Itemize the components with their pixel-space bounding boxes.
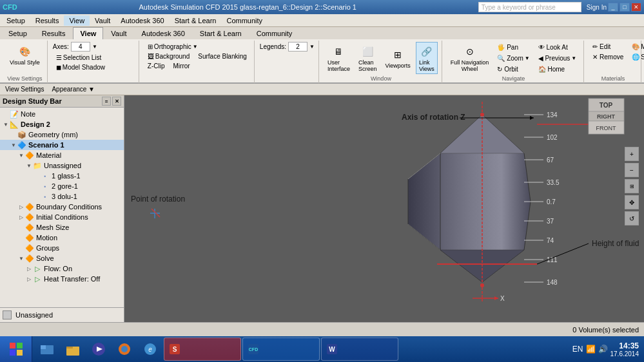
taskbar-ie-button[interactable]: e [138, 338, 162, 361]
note-label: Note [21, 110, 35, 118]
clean-screen-button[interactable]: ⬜ CleanScreen [355, 42, 380, 74]
close-button[interactable]: ✕ [631, 3, 641, 12]
tree-item-geometry[interactable]: 📦 Geometry (mm) [0, 129, 124, 140]
surface-blanking-button[interactable]: Surface Blanking [195, 52, 250, 61]
tree-item-scenario1[interactable]: ▼ 🔷 Scenario 1 [0, 140, 124, 150]
menu-startlearn[interactable]: Start & Learn [170, 15, 222, 26]
scenario-environment-button[interactable]: 🌐 Scenario Environment [629, 52, 644, 62]
svg-text:X: X [500, 295, 505, 302]
systray-lang[interactable]: EN [572, 345, 583, 354]
tree-item-flow[interactable]: ▷ ▷ Flow: On [0, 263, 124, 274]
zoom-out-nav-button[interactable]: − [625, 163, 639, 177]
menu-results[interactable]: Results [30, 15, 64, 26]
tree-item-mesh[interactable]: 🔶 Mesh Size [0, 222, 124, 233]
taskbar-cfd-app[interactable]: CFD [242, 338, 320, 361]
sign-in-link[interactable]: Sign In [587, 4, 607, 11]
start-button[interactable] [0, 336, 32, 362]
previous-button[interactable]: ◀ Previous ▼ [535, 53, 580, 63]
menu-autodesk360[interactable]: Autodesk 360 [115, 15, 169, 26]
viewports-button[interactable]: ⊞ Viewports [382, 45, 413, 71]
pan-nav-button[interactable]: ✥ [625, 195, 639, 209]
systray-volume-icon[interactable]: 🔊 [598, 345, 608, 354]
axes-dropdown-icon[interactable]: ▼ [92, 44, 97, 50]
menu-setup[interactable]: Setup [1, 15, 30, 26]
subbar-appearance[interactable]: Appearance ▼ [49, 85, 97, 93]
tree-item-gore1[interactable]: ▪ 2 gore-1 [0, 181, 124, 191]
remove-button[interactable]: ✕ Remove [589, 52, 627, 62]
clock[interactable]: 14:35 17.6.2014 [610, 341, 639, 357]
minimize-button[interactable]: _ [608, 3, 618, 12]
svg-rect-56 [41, 345, 46, 349]
full-navigation-wheel-button[interactable]: ⊙ Full NavigationWheel [447, 42, 493, 74]
tree-item-groups[interactable]: 🔶 Groups [0, 243, 124, 253]
rotate-nav-button[interactable]: ↺ [625, 211, 639, 225]
link-views-button[interactable]: 🔗 LinkViews [416, 42, 438, 74]
tab-setup[interactable]: Setup [1, 27, 34, 39]
tree-item-material[interactable]: ▼ 🔶 Material [0, 150, 124, 160]
maximize-button[interactable]: □ [620, 3, 630, 12]
edit-button[interactable]: ✏ Edit [589, 42, 627, 52]
menu-vault[interactable]: Vault [90, 15, 115, 26]
menu-community[interactable]: Community [221, 15, 268, 26]
tree-item-glass1[interactable]: ▪ 1 glass-1 [0, 171, 124, 181]
svg-text:Point of rotation: Point of rotation [131, 195, 185, 204]
mirror-button[interactable]: Mirror [170, 61, 193, 71]
taskbar-word-app[interactable]: S [164, 338, 241, 361]
taskbar-firefox-button[interactable] [112, 338, 137, 361]
tree-item-unassigned[interactable]: ▼ 📁 Unassigned [0, 160, 124, 171]
taskbar-word2-app[interactable]: W [321, 338, 398, 361]
tab-community[interactable]: Community [249, 27, 300, 39]
viewport[interactable]: Z 134 102 67 33.5 0.7 37 74 111 148 X [124, 95, 644, 322]
window-group-label: Window [324, 74, 438, 82]
legends-dropdown-icon[interactable]: ▼ [309, 44, 315, 50]
pan-button[interactable]: 🖐 Pan [494, 43, 532, 52]
tab-vault[interactable]: Vault [104, 27, 133, 39]
zclip-button[interactable]: Z-Clip [144, 61, 168, 71]
background-button[interactable]: 🖼 Background [144, 52, 193, 61]
selection-list-button[interactable]: ☰ Selection List [53, 53, 104, 62]
expand-unassigned: ▼ [26, 162, 32, 169]
tree-item-motion[interactable]: 🔶 Motion [0, 233, 124, 243]
tab-autodesk360[interactable]: Autodesk 360 [135, 27, 192, 39]
tree-item-dolu1[interactable]: ▪ 3 dolu-1 [0, 191, 124, 202]
home-button[interactable]: 🏠 Home [535, 64, 580, 74]
taskbar-media-button[interactable] [86, 338, 111, 361]
subbar-view-settings[interactable]: View Settings [3, 85, 46, 93]
dsb-collapse-button[interactable]: = [102, 97, 111, 106]
tab-view[interactable]: View [73, 27, 103, 39]
zoom-button[interactable]: 🔍 Zoom ▼ [494, 53, 532, 63]
visual-style-button[interactable]: 🎨 Visual Style [6, 42, 43, 68]
legends-value[interactable]: 2 [288, 42, 307, 52]
tree-item-design2[interactable]: ▼ 📐 Design 2 [0, 119, 124, 129]
tree-item-solve[interactable]: ▼ 🔶 Solve [0, 253, 124, 263]
look-at-button[interactable]: 👁 Look At [535, 43, 580, 52]
orbit-button[interactable]: ↻ Orbit [494, 64, 532, 74]
search-bar[interactable]: Type a keyword or phrase [478, 2, 581, 12]
dsb-close-button[interactable]: ✕ [112, 97, 121, 106]
taskbar-explorer-button[interactable] [35, 338, 59, 361]
tree-item-initial[interactable]: ▷ 🔶 Initial Conditions [0, 212, 124, 222]
taskbar-folder-button[interactable] [61, 338, 85, 361]
dsb-title: Design Study Bar [3, 97, 62, 105]
tree-item-heat[interactable]: ▷ ▷ Heat Transfer: Off [0, 274, 124, 284]
heat-icon: ▷ [32, 274, 43, 283]
full-navigation-wheel-label: Full NavigationWheel [451, 59, 489, 72]
tab-startlearn[interactable]: Start & Learn [193, 27, 249, 39]
link-views-label: LinkViews [419, 59, 434, 72]
orthographic-button[interactable]: ⊞ Orthographic ▼ [144, 42, 201, 52]
systray-network-icon[interactable]: 📶 [586, 345, 596, 354]
ribbon-group-materials: ✏ Edit ✕ Remove 🎨 Material Editor 🌐 Scen… [585, 41, 641, 83]
tree-item-boundary[interactable]: ▷ 🔶 Boundary Conditions [0, 202, 124, 212]
zoom-in-nav-button[interactable]: + [625, 147, 639, 161]
user-interface-button[interactable]: 🖥 UserInterface [324, 42, 353, 74]
orthographic-dd-icon[interactable]: ▼ [193, 44, 198, 50]
tab-results[interactable]: Results [35, 27, 73, 39]
menu-view[interactable]: View [64, 15, 90, 26]
axes-value[interactable]: 4 [71, 42, 90, 52]
material-editor-button[interactable]: 🎨 Material Editor [629, 42, 644, 52]
model-shadow-button[interactable]: ◼ Model Shadow [53, 62, 108, 72]
material-editor-label: Material Editor [641, 43, 644, 50]
tree-item-note[interactable]: 📝 Note [0, 109, 124, 119]
svg-text:FRONT: FRONT [596, 125, 616, 131]
fit-all-nav-button[interactable]: ⊞ [625, 179, 639, 193]
